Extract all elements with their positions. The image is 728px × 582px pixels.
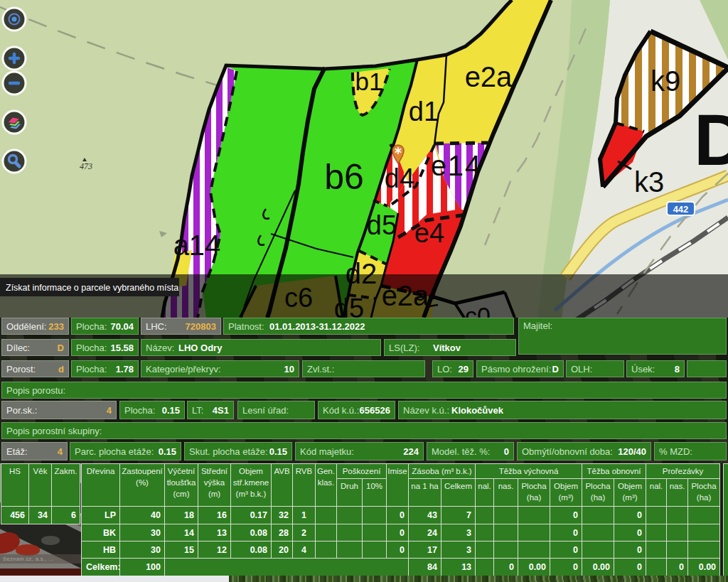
svg-text:e4: e4 bbox=[414, 218, 444, 248]
svg-text:k9: k9 bbox=[651, 65, 680, 97]
svg-text:k3: k3 bbox=[634, 166, 664, 198]
svg-text:d5: d5 bbox=[367, 210, 397, 240]
svg-text:b1: b1 bbox=[355, 68, 383, 95]
svg-text:Získat informace o parcele vyb: Získat informace o parcele vybraného mís… bbox=[6, 283, 178, 293]
svg-text:b6: b6 bbox=[324, 157, 364, 197]
svg-text:473: 473 bbox=[80, 161, 92, 171]
svg-text:d4: d4 bbox=[385, 163, 414, 193]
svg-text:d1: d1 bbox=[409, 97, 439, 126]
svg-text:D: D bbox=[694, 99, 728, 180]
svg-text:442: 442 bbox=[673, 204, 689, 215]
svg-text:e14: e14 bbox=[431, 150, 483, 181]
svg-text:a14: a14 bbox=[173, 230, 221, 261]
svg-text:e2a: e2a bbox=[465, 61, 513, 92]
